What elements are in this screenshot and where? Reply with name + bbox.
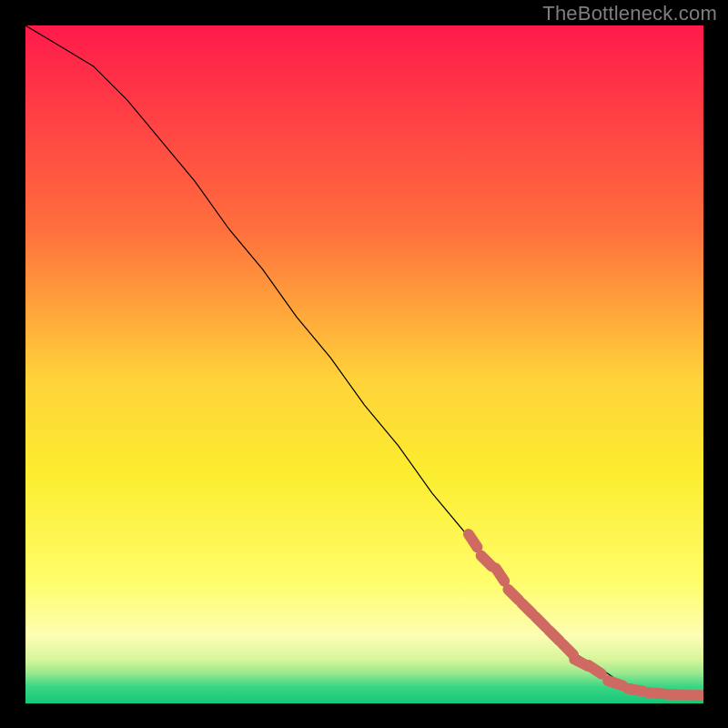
segment-bead [608, 681, 622, 685]
segment-bead [669, 694, 684, 695]
chart-frame: TheBottleneck.com [0, 0, 728, 728]
chart-svg [25, 25, 703, 703]
segment-bead [689, 695, 703, 696]
segment-bead [469, 534, 478, 547]
plot-area [25, 25, 703, 703]
gradient-rect [25, 25, 703, 703]
segment-bead [628, 689, 643, 692]
segment-bead [589, 665, 602, 674]
segment-bead [496, 568, 505, 581]
segment-bead [648, 693, 663, 693]
watermark-text: TheBottleneck.com [542, 2, 717, 25]
